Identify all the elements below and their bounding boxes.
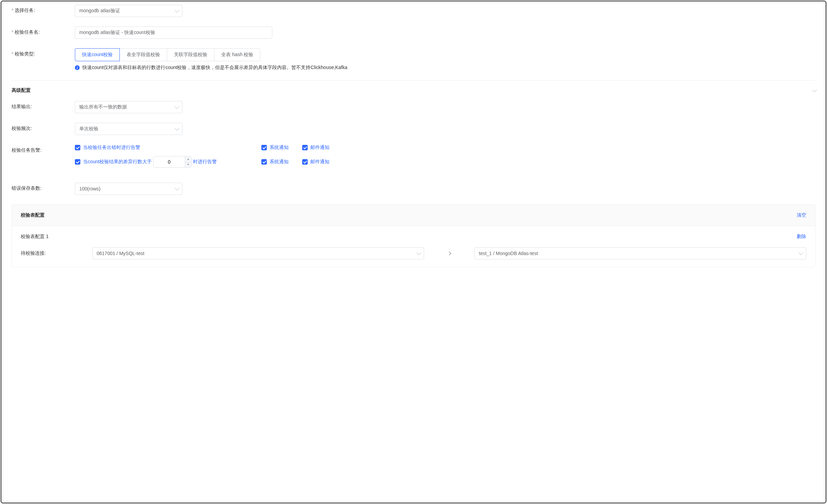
source-connection-value: 0617001 / MySQL-test bbox=[97, 251, 144, 256]
alarm2-mail-notify-text: 邮件通知 bbox=[310, 159, 329, 165]
caret-up-icon bbox=[187, 158, 189, 160]
result-output-value: 输出所有不一致的数据 bbox=[79, 104, 127, 110]
error-rows-dropdown[interactable]: 100(rows) bbox=[75, 183, 182, 195]
check-type-option-related-field[interactable]: 关联字段值校验 bbox=[167, 48, 214, 61]
frequency-label: 校验频次: bbox=[12, 123, 75, 132]
check-type-option-full-field[interactable]: 表全字段值校验 bbox=[119, 48, 167, 61]
alarm-label: 校验任务告警: bbox=[12, 145, 75, 153]
stepper-up-button[interactable] bbox=[185, 156, 191, 162]
checkbox-icon bbox=[75, 159, 80, 165]
info-icon: i bbox=[75, 65, 80, 70]
chevron-down-icon bbox=[175, 126, 179, 131]
frequency-value: 单次校验 bbox=[79, 126, 98, 132]
delete-button[interactable]: 删除 bbox=[797, 234, 806, 240]
result-output-dropdown[interactable]: 输出所有不一致的数据 bbox=[75, 101, 182, 113]
table-config-item-title: 校验表配置 1 bbox=[21, 234, 49, 240]
target-connection-dropdown[interactable]: test_1 / MongoDB Atlas-test bbox=[474, 247, 806, 259]
diff-threshold-stepper[interactable] bbox=[153, 156, 192, 168]
connection-label: 待校验连接: bbox=[21, 250, 68, 256]
check-type-option-full-hash[interactable]: 全表 hash 校验 bbox=[214, 48, 260, 61]
arrow-right-icon bbox=[447, 251, 451, 255]
alarm1-system-notify-text: 系统通知 bbox=[270, 145, 289, 151]
caret-down-icon bbox=[187, 164, 189, 165]
select-task-value: mongodb atlas验证 bbox=[79, 8, 120, 14]
chevron-down-icon bbox=[175, 8, 179, 13]
alarm2-system-notify-text: 系统通知 bbox=[270, 159, 289, 165]
advanced-title: 高级配置 bbox=[12, 87, 31, 94]
alarm2-system-notify-checkbox[interactable]: 系统通知 bbox=[261, 159, 289, 165]
alarm1-mail-notify-text: 邮件通知 bbox=[310, 145, 329, 151]
error-rows-value: 100(rows) bbox=[79, 186, 100, 191]
frequency-dropdown[interactable]: 单次校验 bbox=[75, 123, 182, 135]
select-task-label: 选择任务: bbox=[12, 5, 75, 14]
check-type-option-fast-count[interactable]: 快速count校验 bbox=[75, 48, 120, 61]
alarm2-mail-notify-checkbox[interactable]: 邮件通知 bbox=[302, 159, 329, 165]
select-task-dropdown[interactable]: mongodb atlas验证 bbox=[75, 5, 182, 17]
alarm1-mail-notify-checkbox[interactable]: 邮件通知 bbox=[302, 145, 329, 151]
table-config-title: 校验表配置 bbox=[21, 212, 45, 218]
chevron-down-icon bbox=[812, 87, 817, 92]
diff-threshold-input[interactable] bbox=[153, 156, 185, 167]
result-output-label: 结果输出: bbox=[12, 101, 75, 110]
table-config-panel: 校验表配置 清空 校验表配置 1 删除 待校验连接: 0617001 / MyS… bbox=[12, 204, 815, 267]
checkbox-icon bbox=[261, 145, 267, 150]
stepper-down-button[interactable] bbox=[185, 162, 191, 168]
clear-button[interactable]: 清空 bbox=[797, 212, 806, 218]
chevron-down-icon bbox=[798, 250, 803, 255]
alarm-on-diff-post: 时进行告警 bbox=[193, 159, 217, 165]
chevron-down-icon bbox=[175, 104, 179, 109]
check-type-label: 校验类型: bbox=[12, 48, 75, 57]
chevron-down-icon bbox=[416, 250, 421, 255]
alarm-on-diff-checkbox[interactable]: 当count校验结果的差异行数大于 bbox=[75, 159, 152, 165]
target-connection-value: test_1 / MongoDB Atlas-test bbox=[479, 251, 538, 256]
divider bbox=[12, 80, 815, 81]
alarm-on-error-text: 当校验任务出错时进行告警 bbox=[83, 145, 140, 151]
task-name-input[interactable]: mongodb atlas验证 - 快速count校验 bbox=[75, 27, 272, 39]
chevron-down-icon bbox=[175, 186, 179, 190]
checkbox-icon bbox=[302, 159, 308, 165]
check-type-hint-text: 快速count仅对源表和目标表的行数进行count校验，速度极快，但是不会展示差… bbox=[82, 65, 347, 71]
alarm-on-error-checkbox[interactable]: 当校验任务出错时进行告警 bbox=[75, 145, 140, 151]
task-name-value: mongodb atlas验证 - 快速count校验 bbox=[79, 30, 155, 36]
checkbox-icon bbox=[302, 145, 308, 150]
task-name-label: 校验任务名: bbox=[12, 27, 75, 35]
checkbox-icon bbox=[261, 159, 267, 165]
check-type-hint: i 快速count仅对源表和目标表的行数进行count校验，速度极快，但是不会展… bbox=[75, 65, 815, 71]
alarm-on-diff-pre: 当count校验结果的差异行数大于 bbox=[83, 159, 152, 165]
check-type-radio-group: 快速count校验 表全字段值校验 关联字段值校验 全表 hash 校验 bbox=[75, 48, 815, 61]
advanced-section-header[interactable]: 高级配置 bbox=[12, 87, 815, 94]
error-rows-label: 错误保存条数: bbox=[12, 183, 75, 191]
checkbox-icon bbox=[75, 145, 80, 150]
alarm1-system-notify-checkbox[interactable]: 系统通知 bbox=[261, 145, 289, 151]
source-connection-dropdown[interactable]: 0617001 / MySQL-test bbox=[92, 247, 424, 259]
